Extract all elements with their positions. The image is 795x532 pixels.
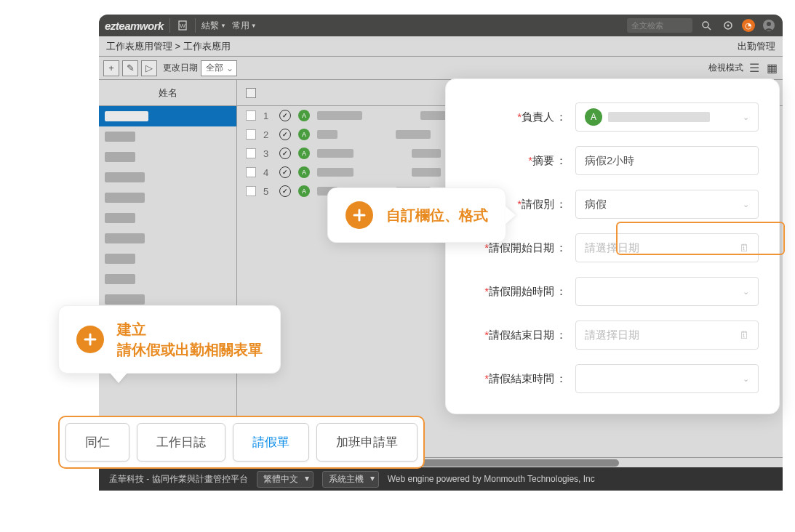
field-label-end-time: *請假結束時間： (466, 372, 575, 386)
name-placeholder (105, 111, 148, 121)
name-placeholder (105, 213, 135, 223)
field-label-end-date: *請假結束日期： (466, 329, 575, 342)
tab-0[interactable]: 同仁 (65, 423, 129, 462)
divider (195, 18, 196, 33)
sidebar-item[interactable] (99, 126, 236, 147)
search-icon[interactable] (698, 17, 714, 33)
status-icon (279, 185, 291, 197)
input-value: 病假2小時 (585, 154, 634, 168)
sidebar-item[interactable] (99, 249, 236, 269)
menu-label: 結繫 (201, 20, 219, 32)
breadcrumb[interactable]: 工作表應用管理 > 工作表應用 (106, 40, 231, 53)
row-checkbox[interactable] (246, 129, 256, 140)
row-checkbox[interactable] (246, 167, 256, 177)
date-filter-select[interactable]: 全部 (201, 60, 237, 76)
select-all-checkbox[interactable] (246, 88, 256, 98)
search-placeholder: 全文檢索 (631, 20, 663, 31)
row-checkbox[interactable] (246, 148, 256, 158)
status-icon (279, 129, 291, 140)
language-select[interactable]: 繁體中文 (257, 471, 313, 488)
person-icon: A (298, 185, 310, 197)
name-placeholder (105, 274, 135, 284)
sidebar-item[interactable] (99, 147, 236, 167)
leave-type-select[interactable]: 病假⌄ (575, 190, 759, 219)
edit-button[interactable]: ✎ (122, 60, 138, 76)
person-icon: A (298, 148, 310, 159)
callout-text: 自訂欄位、格式 (386, 205, 488, 225)
row-checkbox[interactable] (246, 186, 256, 196)
footer-company: 孟華科技 - 協同作業與計畫管控平台 (109, 473, 248, 485)
titlebar: ezteamwork W 結繫▼ 常用▼ 全文檢索 ◔ (99, 15, 783, 36)
plus-icon (76, 326, 104, 353)
placeholder-text: 請選擇日期 (585, 329, 639, 342)
row-number: 3 (263, 148, 272, 159)
gear-icon[interactable] (720, 17, 736, 33)
chevron-down-icon: ⌄ (743, 287, 749, 297)
cell-placeholder (317, 149, 353, 158)
sidebar: 姓名 (99, 80, 237, 467)
person-icon: A (298, 166, 310, 178)
doc-icon[interactable]: W (176, 19, 189, 32)
menu-label: 常用 (232, 20, 249, 32)
row-number: 1 (263, 110, 272, 121)
sidebar-item[interactable] (99, 167, 236, 188)
start-time-select[interactable]: ⌄ (575, 277, 759, 306)
person-icon: A (298, 129, 310, 140)
name-placeholder (105, 254, 135, 264)
host-select[interactable]: 系統主機 (322, 471, 379, 488)
end-date-input[interactable]: 請選擇日期🗓 (575, 321, 759, 350)
plus-icon (345, 201, 373, 229)
calendar-icon: 🗓 (739, 329, 749, 341)
row-checkbox[interactable] (246, 110, 256, 121)
toolbar: + ✎ ▷ 更改日期 全部 檢視模式 ☰ ▦ (99, 57, 783, 80)
sidebar-item[interactable] (99, 208, 236, 228)
sidebar-item[interactable] (99, 269, 236, 289)
name-placeholder (105, 294, 145, 305)
menu-common[interactable]: 常用▼ (232, 20, 257, 32)
sidebar-item[interactable] (99, 228, 236, 249)
end-time-select[interactable]: ⌄ (575, 364, 759, 393)
field-label-summary: *摘要： (466, 154, 575, 168)
global-search[interactable]: 全文檢索 (627, 18, 692, 33)
tab-3[interactable]: 加班申請單 (316, 423, 418, 462)
select-value: 系統主機 (329, 474, 364, 484)
list-view-icon[interactable]: ☰ (748, 62, 761, 75)
user-icon[interactable] (761, 17, 777, 33)
summary-input[interactable]: 病假2小時 (575, 146, 759, 175)
footer-powered: Web engine powered by Monmouth Technolog… (388, 474, 595, 484)
field-label-start-time: *請假開始時間： (466, 285, 575, 299)
chevron-down-icon: ⌄ (743, 374, 749, 384)
status-icon (279, 110, 291, 121)
cell-placeholder (412, 149, 441, 158)
footer: 孟華科技 - 協同作業與計畫管控平台 繁體中文 系統主機 Web engine … (99, 467, 783, 491)
row-number: 5 (263, 186, 272, 197)
cell-placeholder (317, 111, 362, 120)
view-mode-label: 檢視模式 (708, 62, 743, 74)
callout-create-form: 建立請休假或出勤相關表單 (58, 305, 281, 374)
status-icon (279, 148, 291, 159)
sidebar-item[interactable] (99, 188, 236, 208)
status-icon (279, 166, 291, 178)
grid-view-icon[interactable]: ▦ (765, 62, 778, 75)
field-label-start-date: *請假開始日期： (466, 241, 575, 255)
cell-placeholder (412, 168, 441, 177)
tab-2[interactable]: 請假單 (233, 423, 309, 462)
svg-point-5 (727, 25, 730, 27)
name-placeholder (105, 132, 135, 142)
brand-logo: ezteamwork (105, 20, 164, 32)
svg-point-7 (767, 22, 771, 26)
sidebar-header: 姓名 (99, 80, 236, 106)
calendar-icon: 🗓 (739, 242, 749, 254)
menu-link[interactable]: 結繫▼ (201, 20, 226, 32)
sidebar-item[interactable] (99, 106, 236, 126)
owner-select[interactable]: A ⌄ (575, 102, 759, 132)
add-button[interactable]: + (103, 60, 119, 76)
select-value: 病假 (585, 198, 607, 211)
start-date-input[interactable]: 請選擇日期🗓 (575, 233, 759, 262)
play-button[interactable]: ▷ (141, 60, 157, 76)
person-icon: A (585, 108, 602, 126)
row-number: 4 (263, 167, 272, 178)
bell-icon[interactable]: ◔ (742, 19, 755, 32)
chevron-down-icon: ⌄ (743, 200, 749, 209)
tab-1[interactable]: 工作日誌 (137, 423, 225, 462)
